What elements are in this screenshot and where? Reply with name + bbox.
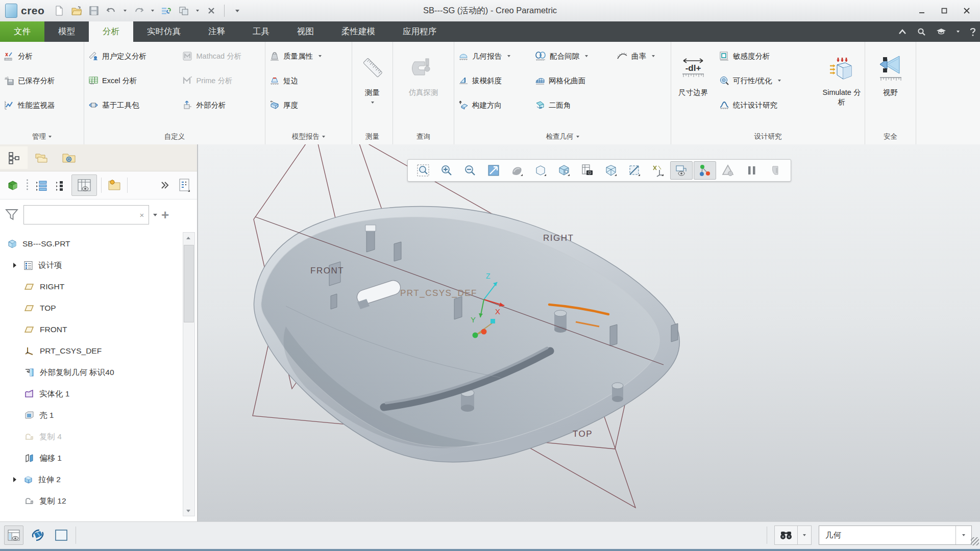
toolkit-based-button[interactable]: 基于工具包 <box>84 93 178 117</box>
right-plane-label[interactable]: RIGHT <box>543 233 574 243</box>
scroll-up-button[interactable] <box>183 233 193 243</box>
perspective-button[interactable] <box>600 161 622 180</box>
more-tools-button[interactable] <box>156 175 174 195</box>
add-filter-button[interactable]: + <box>161 210 169 220</box>
dihedral-angle-button[interactable]: 二面角 <box>531 93 612 117</box>
mating-clearance-button[interactable]: 配合间隙 <box>531 44 612 68</box>
redo-dropdown[interactable] <box>149 3 157 18</box>
zoom-in-button[interactable] <box>435 161 458 180</box>
section-button[interactable] <box>623 161 646 180</box>
tree-filter-input[interactable] <box>24 211 135 219</box>
tab-tools[interactable]: 工具 <box>239 21 283 42</box>
fullscreen-button[interactable] <box>52 526 70 544</box>
saved-orientations-button[interactable] <box>553 161 575 180</box>
refit-button[interactable] <box>412 161 434 180</box>
tree-item-copy-4[interactable]: 复制 4 <box>0 426 183 447</box>
new-file-button[interactable] <box>52 3 67 18</box>
tree-scrollbar[interactable] <box>183 232 195 516</box>
tree-item-design-items[interactable]: 设计项 <box>0 255 183 276</box>
mesh-surface-button[interactable]: 网格化曲面 <box>531 68 612 93</box>
tab-model[interactable]: 模型 <box>44 21 89 42</box>
open-file-button[interactable] <box>69 3 84 18</box>
draft-angle-button[interactable]: 拔模斜度 <box>454 68 531 93</box>
find-dropdown[interactable] <box>797 526 811 544</box>
tree-item-copy-geometry[interactable]: 外部复制几何 标识40 <box>0 362 183 383</box>
performance-monitor-button[interactable]: 性能监视器 <box>0 93 84 117</box>
tree-item-offset[interactable]: 偏移 1 <box>0 447 183 469</box>
view-manager-button[interactable] <box>576 161 599 180</box>
spin-center-button[interactable] <box>694 161 716 180</box>
short-edge-button[interactable]: 短边 <box>265 68 352 93</box>
probe-tool-button[interactable] <box>764 161 787 180</box>
navigator-toggle-button[interactable] <box>4 525 23 545</box>
saved-analysis-button[interactable]: 已保存分析 <box>0 68 84 93</box>
tree-item-top-plane[interactable]: TOP <box>0 297 183 319</box>
web-browser-button[interactable] <box>29 526 47 544</box>
thickness-button[interactable]: 厚度 <box>265 93 352 117</box>
maximize-button[interactable] <box>933 2 955 19</box>
windows-dropdown[interactable] <box>193 3 202 18</box>
undo-dropdown[interactable] <box>121 3 129 18</box>
simulate-analysis-button[interactable]: Simulate 分析 <box>820 44 864 129</box>
tree-settings-button[interactable] <box>106 175 123 195</box>
tree-item-right-plane[interactable]: RIGHT <box>0 276 183 297</box>
regenerate-button[interactable] <box>159 3 174 18</box>
resize-grip[interactable] <box>971 537 979 545</box>
windows-button[interactable] <box>176 3 191 18</box>
expand-all-button[interactable] <box>33 175 50 195</box>
mass-properties-button[interactable]: 质量属性 <box>265 44 352 68</box>
tab-file[interactable]: 文件 <box>0 21 44 42</box>
graphics-viewport[interactable]: FRONT RIGHT TOP PRT_CSYS_DEF Z X Y <box>198 144 980 521</box>
shading-style-button[interactable] <box>506 161 528 180</box>
tree-item-solidify[interactable]: 实体化 1 <box>0 383 183 405</box>
tree-item-front-plane[interactable]: FRONT <box>0 319 183 340</box>
tab-applications[interactable]: 应用程序 <box>389 21 450 42</box>
tree-options-button[interactable] <box>176 175 193 195</box>
sensitivity-analysis-button[interactable]: 敏感度分析 <box>715 44 820 68</box>
minimize-button[interactable] <box>911 2 933 19</box>
tab-view[interactable]: 视图 <box>283 21 328 42</box>
undo-button[interactable] <box>104 3 119 18</box>
tree-item-shell[interactable]: 壳 1 <box>0 405 183 426</box>
group-label-manage[interactable]: 管理 <box>0 129 84 144</box>
statistical-design-study-button[interactable]: 统计设计研究 <box>715 93 820 117</box>
tab-live-simulation[interactable]: 实时仿真 <box>133 21 194 42</box>
favorites-tab[interactable] <box>55 146 83 169</box>
geometry-warning-button[interactable] <box>717 161 740 180</box>
model-tree-tab[interactable] <box>0 146 28 169</box>
collapse-ribbon-icon[interactable] <box>898 28 907 35</box>
measure-button[interactable]: 测量 <box>359 44 386 129</box>
expand-arrow-icon[interactable] <box>13 263 16 268</box>
tab-annotate[interactable]: 注释 <box>194 21 239 42</box>
tab-analysis[interactable]: 分析 <box>89 21 133 42</box>
csys-label[interactable]: PRT_CSYS_DEF <box>400 288 477 298</box>
external-analysis-button[interactable]: 外部分析 <box>178 93 265 117</box>
learning-center-icon[interactable] <box>936 28 946 36</box>
clear-filter-icon[interactable]: × <box>135 211 149 219</box>
part-model[interactable] <box>254 207 679 462</box>
group-label-check-geometry[interactable]: 检查几何 <box>454 129 671 144</box>
feasibility-optimization-button[interactable]: 可行性/优化 <box>715 68 820 93</box>
selection-filter-combobox[interactable]: 几何 <box>819 525 972 545</box>
filter-dropdown[interactable] <box>153 214 157 216</box>
redo-button[interactable] <box>131 3 146 18</box>
command-search-icon[interactable] <box>917 28 926 36</box>
build-direction-button[interactable]: 构建方向 <box>454 93 531 117</box>
tree-item-copy-12[interactable]: 复制 12 <box>0 490 183 512</box>
front-plane-label[interactable]: FRONT <box>310 266 344 276</box>
analysis-button[interactable]: 分析 <box>0 44 84 68</box>
tree-item-extrude-2[interactable]: 拉伸 2 <box>0 469 183 490</box>
pause-button[interactable] <box>741 161 763 180</box>
collapse-all-button[interactable] <box>52 175 69 195</box>
tab-flexible-modeling[interactable]: 柔性建模 <box>328 21 389 42</box>
datum-display-button[interactable] <box>647 161 669 180</box>
excel-analysis-button[interactable]: Excel 分析 <box>84 68 178 93</box>
user-defined-analysis-button[interactable]: 用户定义分析 <box>84 44 178 68</box>
view-field-button[interactable]: 视野 <box>877 44 904 129</box>
geometry-report-button[interactable]: 几何报告 <box>454 44 531 68</box>
find-button[interactable] <box>775 526 797 544</box>
scroll-down-button[interactable] <box>183 506 193 516</box>
tree-item-part-root[interactable]: SB---SG.PRT <box>0 233 183 255</box>
customize-quick-access-button[interactable] <box>230 3 245 18</box>
repaint-button[interactable] <box>482 161 505 180</box>
